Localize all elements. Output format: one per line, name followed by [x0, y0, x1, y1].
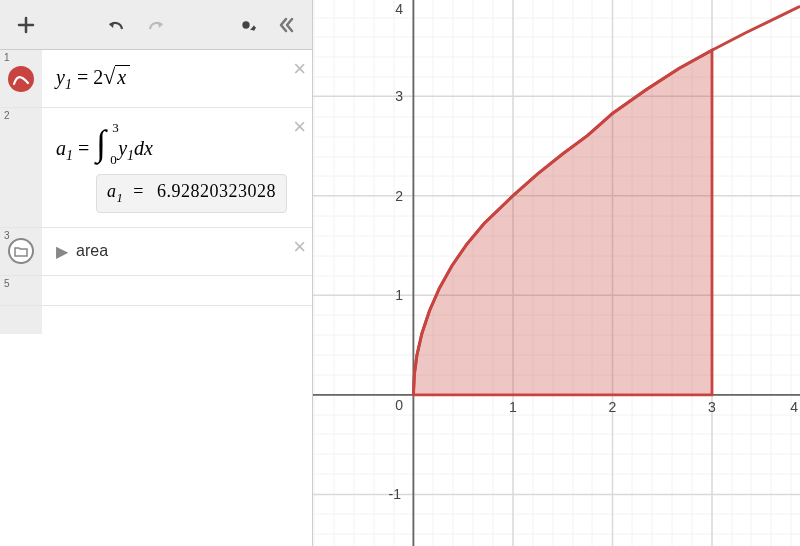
var-y-sub: 1 [65, 77, 72, 92]
expression-row[interactable]: 2 a1 = ∫ 3 0 y1dx a1 = 6.92820323028 × [0, 108, 312, 228]
row-index: 5 [4, 278, 10, 289]
int-upper: 3 [112, 120, 119, 136]
folder-label: area [76, 242, 108, 260]
expression-panel: 1 y1 = 2√x × 2 a1 = ∫ 3 [0, 0, 313, 546]
toolbar [0, 0, 312, 50]
row-gutter[interactable]: 2 [0, 108, 42, 227]
result-value: 6.92820323028 [157, 181, 276, 201]
collapse-panel-button[interactable] [266, 5, 306, 45]
expression-row-empty[interactable]: 5 [0, 276, 312, 306]
tick-x3: 3 [708, 399, 716, 415]
folder-content[interactable]: ▶ area × [42, 228, 312, 275]
tick-y3: 3 [395, 88, 403, 104]
result-sub: 1 [117, 191, 124, 205]
row-gutter[interactable]: 3 [0, 228, 42, 275]
undo-button[interactable] [96, 5, 136, 45]
expand-folder-icon[interactable]: ▶ [56, 242, 68, 261]
shaded-integral-region [413, 50, 712, 395]
dx: dx [134, 137, 153, 159]
row-gutter[interactable]: 5 [0, 276, 42, 305]
integral-symbol: ∫ 3 0 [96, 122, 106, 164]
folder-row[interactable]: 3 ▶ area × [0, 228, 312, 276]
expression-content[interactable]: a1 = ∫ 3 0 y1dx a1 = 6.92820323028 × [42, 108, 312, 227]
expression-list: 1 y1 = 2√x × 2 a1 = ∫ 3 [0, 50, 312, 546]
expression-content[interactable] [42, 276, 312, 305]
coef: 2 [93, 66, 103, 88]
graph-svg[interactable]: 0 1 2 3 4 1 2 3 4 -1 [313, 0, 800, 546]
redo-button[interactable] [136, 5, 176, 45]
var-a: a [56, 137, 66, 159]
result-box: a1 = 6.92820323028 [96, 174, 287, 213]
expression-row[interactable]: 1 y1 = 2√x × [0, 50, 312, 108]
graph-area[interactable]: 0 1 2 3 4 1 2 3 4 -1 [313, 0, 800, 546]
delete-row-button[interactable]: × [293, 114, 306, 140]
row-index: 2 [4, 110, 10, 121]
expression-content[interactable]: y1 = 2√x × [42, 50, 312, 107]
tick-y1: 1 [395, 287, 403, 303]
result-lhs: a [107, 181, 117, 201]
function-color-icon[interactable] [8, 66, 34, 92]
int-lower: 0 [110, 152, 117, 168]
integrand: y [118, 137, 127, 159]
result-eq: = [133, 181, 144, 201]
tick-x1: 1 [509, 399, 517, 415]
tick-x4: 4 [790, 399, 798, 415]
row-index: 3 [4, 230, 10, 241]
integrand-sub: 1 [127, 148, 134, 163]
radicand: x [115, 65, 130, 88]
add-expression-button[interactable] [6, 5, 46, 45]
delete-row-button[interactable]: × [293, 234, 306, 260]
equals: = [77, 66, 88, 88]
row-index: 1 [4, 52, 10, 63]
tick-yn1: -1 [389, 486, 402, 502]
settings-button[interactable] [226, 5, 266, 45]
tick-x2: 2 [609, 399, 617, 415]
equals: = [78, 137, 89, 159]
tick-0: 0 [395, 397, 403, 413]
row-gutter[interactable]: 1 [0, 50, 42, 107]
tick-y2: 2 [395, 188, 403, 204]
delete-row-button[interactable]: × [293, 56, 306, 82]
tick-y4: 4 [395, 1, 403, 17]
var-a-sub: 1 [66, 148, 73, 163]
var-y: y [56, 66, 65, 88]
folder-icon[interactable] [8, 238, 34, 264]
